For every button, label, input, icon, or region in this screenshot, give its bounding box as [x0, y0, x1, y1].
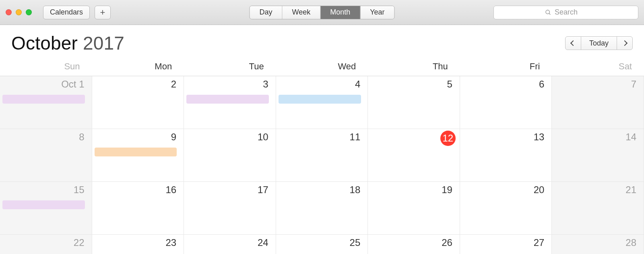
add-event-button[interactable]: +	[95, 6, 111, 19]
date-number: 23	[165, 237, 176, 248]
chevron-left-icon	[570, 40, 576, 46]
date-number: 8	[79, 131, 84, 143]
day-cell[interactable]: 17	[184, 182, 276, 235]
calendars-button[interactable]: Calendars	[43, 6, 90, 19]
date-number: 20	[534, 184, 545, 196]
close-window-button[interactable]	[6, 9, 12, 15]
day-cell[interactable]: 3	[184, 76, 276, 129]
date-number: 21	[625, 184, 636, 196]
day-cell[interactable]: 27	[460, 235, 552, 254]
date-number: 10	[258, 131, 268, 143]
window-controls	[6, 9, 32, 15]
date-number: 14	[625, 131, 636, 143]
month-nav: Today	[565, 36, 633, 50]
weekday-tue: Tue	[184, 59, 276, 76]
day-cell[interactable]: 25	[276, 235, 368, 254]
date-number: 9	[171, 131, 176, 143]
day-cell[interactable]: 9	[92, 129, 184, 182]
date-number: 4	[355, 79, 360, 90]
prev-month-button[interactable]	[566, 37, 581, 50]
day-cell[interactable]: 22	[0, 235, 92, 254]
view-day[interactable]: Day	[250, 6, 282, 19]
date-number: 26	[442, 237, 452, 248]
day-cell[interactable]: 24	[184, 235, 276, 254]
day-cell[interactable]: 28	[552, 235, 644, 254]
next-month-button[interactable]	[617, 37, 632, 50]
date-number: 28	[625, 237, 636, 248]
date-number: 24	[258, 237, 268, 248]
search-input[interactable]	[555, 8, 587, 17]
day-cell[interactable]: 23	[92, 235, 184, 254]
weekday-thu: Thu	[368, 59, 460, 76]
today-button[interactable]: Today	[581, 37, 617, 50]
date-number: 22	[74, 237, 85, 248]
weekday-header-row: SunMonTueWedThuFriSat	[0, 59, 644, 76]
date-number: 18	[350, 184, 361, 196]
view-month[interactable]: Month	[320, 6, 360, 19]
day-cell[interactable]: 11	[276, 129, 368, 182]
view-week[interactable]: Week	[282, 6, 320, 19]
day-cell[interactable]: 5	[368, 76, 460, 129]
weekday-sat: Sat	[552, 59, 644, 76]
month-header: October 2017 Today	[0, 25, 644, 59]
view-year[interactable]: Year	[360, 6, 394, 19]
svg-line-1	[549, 13, 550, 15]
date-number: 2	[171, 79, 176, 90]
day-cell[interactable]: 15	[0, 182, 92, 235]
date-number: 27	[534, 237, 545, 248]
date-number: 11	[350, 131, 361, 143]
svg-point-0	[546, 10, 549, 14]
date-number: 5	[447, 79, 452, 90]
day-cell[interactable]: 26	[368, 235, 460, 254]
month-name: October	[11, 33, 78, 54]
date-number: 7	[631, 79, 636, 90]
date-number: 3	[263, 79, 268, 90]
weekday-mon: Mon	[92, 59, 184, 76]
event-bar[interactable]	[95, 148, 177, 156]
date-number: 17	[258, 184, 268, 196]
day-cell[interactable]: 12	[368, 129, 460, 182]
day-cell[interactable]: 13	[460, 129, 552, 182]
day-cell[interactable]: 2	[92, 76, 184, 129]
day-cell[interactable]: 7	[552, 76, 644, 129]
weekday-fri: Fri	[460, 59, 552, 76]
event-bar[interactable]	[2, 95, 85, 104]
weekday-wed: Wed	[276, 59, 368, 76]
date-number: 16	[165, 184, 176, 196]
day-cell[interactable]: 16	[92, 182, 184, 235]
day-cell[interactable]: 6	[460, 76, 552, 129]
day-cell[interactable]: 20	[460, 182, 552, 235]
chevron-right-icon	[622, 40, 627, 46]
year-number: 2017	[83, 33, 124, 54]
today-date-badge: 12	[440, 131, 456, 146]
date-number: 6	[539, 79, 544, 90]
zoom-window-button[interactable]	[26, 9, 32, 15]
calendar-grid: Oct 123456789101112131415161718192021222…	[0, 76, 644, 254]
view-switcher: Day Week Month Year	[249, 6, 394, 19]
day-cell[interactable]: 14	[552, 129, 644, 182]
date-number: 19	[442, 184, 452, 196]
day-cell[interactable]: 4	[276, 76, 368, 129]
search-icon	[545, 9, 551, 16]
search-field[interactable]	[493, 6, 638, 19]
date-number: 25	[350, 237, 361, 248]
weekday-sun: Sun	[0, 59, 92, 76]
date-number: Oct 1	[61, 79, 84, 90]
date-number: 15	[74, 184, 85, 196]
day-cell[interactable]: 10	[184, 129, 276, 182]
date-number: 13	[534, 131, 545, 143]
day-cell[interactable]: 8	[0, 129, 92, 182]
day-cell[interactable]: 18	[276, 182, 368, 235]
day-cell[interactable]: Oct 1	[0, 76, 92, 129]
day-cell[interactable]: 21	[552, 182, 644, 235]
month-title: October 2017	[11, 32, 124, 54]
event-bar[interactable]	[186, 95, 269, 104]
toolbar: Calendars + Day Week Month Year	[0, 0, 644, 25]
day-cell[interactable]: 19	[368, 182, 460, 235]
minimize-window-button[interactable]	[16, 9, 22, 15]
event-bar[interactable]	[2, 200, 85, 209]
event-bar[interactable]	[279, 95, 361, 104]
